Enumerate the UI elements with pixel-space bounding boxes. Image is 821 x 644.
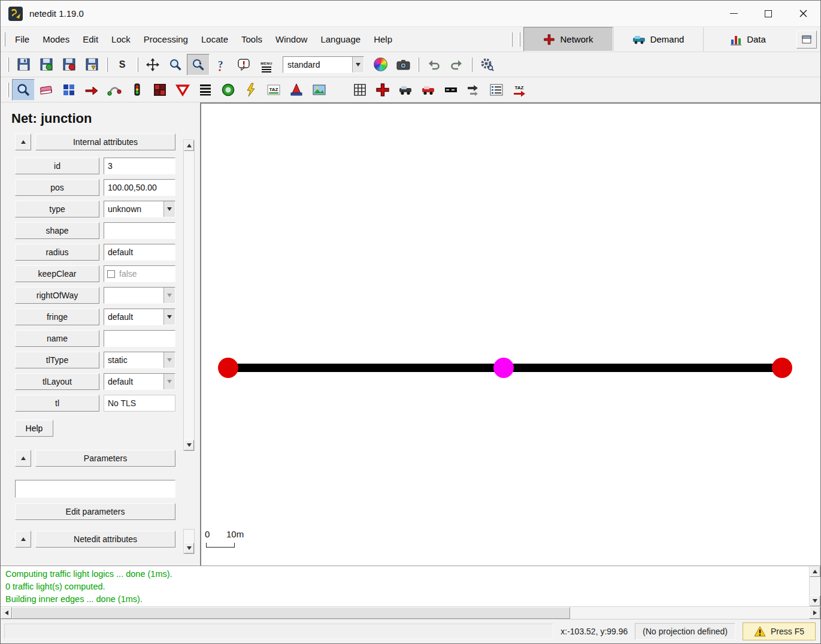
scroll-left-button[interactable] [1,607,12,619]
maximize-button[interactable] [751,1,786,27]
menu-tools[interactable]: Tools [235,27,269,52]
taz-mode-button[interactable] [217,79,240,101]
keepclear-label-button[interactable]: keepClear [15,265,99,282]
scroll-down-button[interactable] [810,595,820,606]
collapse-netedit-attributes-button[interactable] [15,531,31,548]
scroll-right-button[interactable] [809,607,820,619]
message-window-button[interactable] [232,54,255,75]
screenshot-button[interactable] [392,54,414,75]
menu-file[interactable]: File [8,27,36,52]
pos-input[interactable] [104,179,175,196]
window-frame-button[interactable] [796,31,817,49]
chevron-down-icon[interactable] [352,57,363,72]
id-label-button[interactable]: id [15,158,99,174]
locate-combo[interactable]: standard [283,56,364,73]
collapse-parameters-button[interactable] [15,450,31,467]
move-mode-button[interactable] [80,79,103,101]
radius-input[interactable] [104,244,175,261]
netedit-attributes-header[interactable]: Netedit attributes [35,531,175,548]
undo-button[interactable] [422,54,445,75]
close-button[interactable] [786,1,820,27]
redo-button[interactable] [445,54,468,75]
data-supermode-button[interactable]: Data [703,27,793,52]
taz-relation-mode-button[interactable]: TAZ [262,79,285,101]
traffic-light-mode-button[interactable] [126,79,149,101]
color-scheme-button[interactable] [369,54,392,75]
decal-mode-button[interactable] [308,79,331,101]
scrollbar-track[interactable] [12,607,809,619]
chevron-down-icon[interactable] [163,201,175,217]
keepclear-checkbox[interactable] [107,270,115,278]
junction-left[interactable] [218,358,238,378]
menu-edit[interactable]: Edit [76,27,105,52]
inspect-mode-button[interactable] [12,79,35,101]
scroll-down-button[interactable] [184,543,194,554]
scroll-up-button[interactable] [810,566,820,577]
scroll-up-button[interactable] [184,140,194,151]
type-select[interactable]: unknown [104,201,175,217]
select-mode-button[interactable] [57,79,80,101]
menu-language[interactable]: Language [314,27,367,52]
menu-lock[interactable]: Lock [105,27,137,52]
frame-scrollbar[interactable] [183,529,195,554]
menu-modes[interactable]: Modes [36,27,76,52]
zoom-select-button[interactable] [187,54,210,75]
scrollbar-track[interactable] [184,151,194,440]
menu-window[interactable]: Window [269,27,314,52]
wire-mode-button[interactable] [240,79,262,101]
lane-geometry-button[interactable] [440,79,462,101]
parameters-input[interactable] [15,480,175,498]
parameters-header[interactable]: Parameters [35,450,175,467]
pos-label-button[interactable]: pos [15,179,99,196]
save-data-button[interactable] [80,54,103,75]
network-canvas[interactable]: 0 10m [200,102,820,566]
shape-label-button[interactable]: shape [15,222,99,239]
shape-mode-button[interactable] [285,79,308,101]
menu-processing[interactable]: Processing [137,27,195,52]
network-supermode-button[interactable]: Network [523,27,613,52]
type-label-button[interactable]: type [15,201,99,217]
crossing-mode-button[interactable] [194,79,217,101]
tllayout-label-button[interactable]: tlLayout [15,373,99,390]
rightofway-select[interactable] [104,287,175,304]
move-view-button[interactable] [141,54,164,75]
collapse-internal-attributes-button[interactable] [15,134,31,150]
help-button[interactable]: Help [15,420,53,437]
junction-shape-button[interactable] [371,79,394,101]
save-network-button[interactable] [12,54,35,75]
lane-direction-button[interactable] [462,79,485,101]
tl-label-button[interactable]: tl [15,395,99,412]
menu-locate[interactable]: Locate [195,27,235,52]
log-scrollbar[interactable] [809,566,820,606]
name-input[interactable] [104,330,175,347]
edit-parameters-button[interactable]: Edit parameters [15,503,175,520]
connection-mode-button[interactable] [103,79,126,101]
name-label-button[interactable]: name [15,330,99,347]
attributes-scrollbar[interactable] [183,140,195,451]
scrollbar-thumb[interactable] [12,607,570,619]
id-input[interactable] [104,158,175,174]
toggle-list-button[interactable] [485,79,508,101]
compute-options-button[interactable] [475,54,498,75]
junction-middle-selected[interactable] [493,358,514,378]
horizontal-scrollbar[interactable] [1,606,820,619]
save-additionals-button[interactable] [35,54,57,75]
zoom-button[interactable] [164,54,187,75]
junction-right[interactable] [772,358,792,378]
rightofway-label-button[interactable]: rightOfWay [15,287,99,304]
shape-input[interactable] [104,222,175,239]
toggle-grid-button[interactable] [349,79,371,101]
fringe-label-button[interactable]: fringe [15,309,99,325]
save-demand-button[interactable] [57,54,80,75]
press-f5-button[interactable]: Press F5 [743,622,816,640]
additional-mode-button[interactable] [149,79,171,101]
demand-supermode-button[interactable]: Demand [613,27,703,52]
show-demand-vehicles-button[interactable] [417,79,440,101]
radius-label-button[interactable]: radius [15,244,99,261]
help-button[interactable]: ? [210,54,232,75]
chevron-down-icon[interactable] [163,288,175,303]
show-vehicles-button[interactable] [394,79,417,101]
menu-help[interactable]: Help [367,27,399,52]
delete-mode-button[interactable] [35,79,57,101]
tltype-label-button[interactable]: tlType [15,352,99,368]
